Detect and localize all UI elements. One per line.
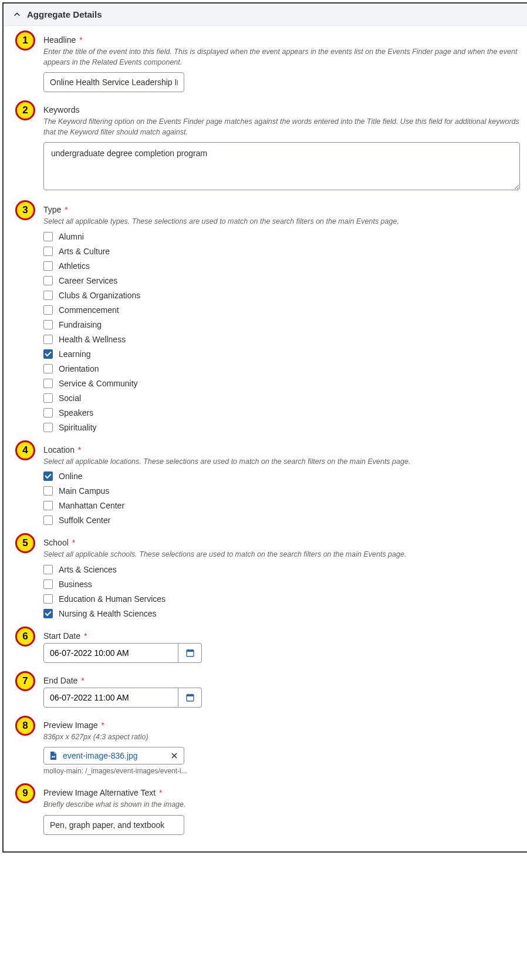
checkbox-label: Nursing & Health Sciences (59, 609, 157, 618)
checkbox[interactable] (43, 291, 53, 300)
checkbox[interactable] (43, 423, 53, 432)
type-option[interactable]: Fundraising (43, 320, 520, 329)
checkbox-label: Spirituality (59, 423, 97, 432)
type-option[interactable]: Athletics (43, 261, 520, 271)
start-date-row (43, 643, 520, 663)
checkbox[interactable] (43, 305, 53, 315)
keywords-help: The Keyword filtering option on the Even… (43, 117, 520, 137)
keywords-label: Keywords (43, 105, 520, 114)
headline-help: Enter the title of the event into this f… (43, 47, 520, 68)
checkbox-label: Health & Wellness (59, 335, 126, 344)
checkbox[interactable] (43, 335, 53, 344)
checkbox[interactable] (43, 247, 53, 256)
start-date-picker-button[interactable] (178, 643, 202, 663)
location-help: Select all applicable locations. These s… (43, 457, 520, 467)
checkbox[interactable] (43, 349, 53, 359)
calendar-icon (185, 693, 195, 702)
end-date-input[interactable] (43, 688, 178, 708)
checkbox[interactable] (43, 276, 53, 285)
checkbox-label: Speakers (59, 408, 93, 417)
required-mark: * (77, 35, 82, 45)
location-option[interactable]: Manhattan Center (43, 501, 520, 510)
required-mark: * (157, 788, 162, 797)
required-mark: * (82, 631, 87, 641)
checkbox-label: Social (59, 393, 81, 403)
type-option[interactable]: Arts & Culture (43, 247, 520, 256)
checkbox-label: Service & Community (59, 379, 138, 388)
field-headline: 1 Headline * Enter the title of the even… (12, 35, 520, 92)
school-option[interactable]: Education & Human Services (43, 594, 520, 604)
checkbox[interactable] (43, 261, 53, 271)
school-checkbox-list: Arts & SciencesBusinessEducation & Human… (43, 565, 520, 618)
type-option[interactable]: Clubs & Organizations (43, 291, 520, 300)
checkbox[interactable] (43, 408, 53, 417)
checkbox-label: Learning (59, 349, 91, 359)
type-option[interactable]: Alumni (43, 232, 520, 241)
location-checkbox-list: OnlineMain CampusManhattan CenterSuffolk… (43, 472, 520, 525)
checkbox[interactable] (43, 580, 53, 589)
type-option[interactable]: Learning (43, 349, 520, 359)
checkbox[interactable] (43, 516, 53, 525)
checkbox-label: Arts & Sciences (59, 565, 117, 574)
school-option[interactable]: Arts & Sciences (43, 565, 520, 574)
checkbox[interactable] (43, 393, 53, 403)
required-mark: * (79, 676, 84, 685)
annotation-badge: 9 (15, 783, 35, 803)
file-path: molloy-main: /_images/event-images/event… (43, 767, 520, 775)
checkbox-label: Suffolk Center (59, 516, 110, 525)
type-option[interactable]: Speakers (43, 408, 520, 417)
headline-input[interactable] (43, 72, 184, 92)
field-preview-image: 8 Preview Image * 836px x 627px (4:3 asp… (12, 720, 520, 776)
location-option[interactable]: Suffolk Center (43, 516, 520, 525)
keywords-textarea[interactable] (43, 142, 520, 190)
checkbox[interactable] (43, 364, 53, 373)
end-date-picker-button[interactable] (178, 688, 202, 708)
checkbox[interactable] (43, 379, 53, 388)
type-option[interactable]: Orientation (43, 364, 520, 373)
location-option[interactable]: Main Campus (43, 486, 520, 496)
checkbox-label: Orientation (59, 364, 99, 373)
calendar-icon (185, 648, 195, 658)
type-option[interactable]: Social (43, 393, 520, 403)
start-date-input[interactable] (43, 643, 178, 663)
required-mark: * (99, 720, 104, 730)
preview-image-help: 836px x 627px (4:3 aspect ratio) (43, 732, 520, 743)
type-checkbox-list: AlumniArts & CultureAthleticsCareer Serv… (43, 232, 520, 432)
type-option[interactable]: Career Services (43, 276, 520, 285)
field-alt-text: 9 Preview Image Alternative Text * Brief… (12, 788, 520, 835)
checkbox[interactable] (43, 472, 53, 481)
school-option[interactable]: Business (43, 580, 520, 589)
alt-text-input[interactable] (43, 815, 184, 835)
type-option[interactable]: Commencement (43, 305, 520, 315)
checkbox[interactable] (43, 232, 53, 241)
location-option[interactable]: Online (43, 472, 520, 481)
type-option[interactable]: Health & Wellness (43, 335, 520, 344)
checkbox[interactable] (43, 594, 53, 604)
checkbox-label: Athletics (59, 261, 90, 271)
checkbox-label: Main Campus (59, 486, 109, 496)
annotation-badge: 4 (15, 440, 35, 460)
checkbox[interactable] (43, 609, 53, 618)
field-end-date: 7 End Date * (12, 676, 520, 708)
file-chooser[interactable]: event-image-836.jpg (43, 747, 184, 765)
checkbox[interactable] (43, 320, 53, 329)
checkbox[interactable] (43, 501, 53, 510)
required-mark: * (70, 538, 75, 547)
checkbox[interactable] (43, 565, 53, 574)
annotation-badge: 3 (15, 200, 35, 220)
field-type: 3 Type * Select all applicable types. Th… (12, 205, 520, 432)
annotation-badge: 6 (15, 627, 35, 646)
clear-file-icon[interactable] (170, 751, 179, 760)
annotation-badge: 8 (15, 716, 35, 736)
type-option[interactable]: Service & Community (43, 379, 520, 388)
section-title: Aggregate Details (27, 9, 102, 19)
checkbox[interactable] (43, 486, 53, 496)
svg-rect-1 (187, 650, 194, 652)
checkbox-label: Online (59, 472, 82, 481)
alt-text-label: Preview Image Alternative Text * (43, 788, 520, 797)
section-header[interactable]: Aggregate Details (4, 4, 527, 26)
type-option[interactable]: Spirituality (43, 423, 520, 432)
type-label: Type * (43, 205, 520, 214)
school-option[interactable]: Nursing & Health Sciences (43, 609, 520, 618)
annotation-badge: 5 (15, 533, 35, 553)
